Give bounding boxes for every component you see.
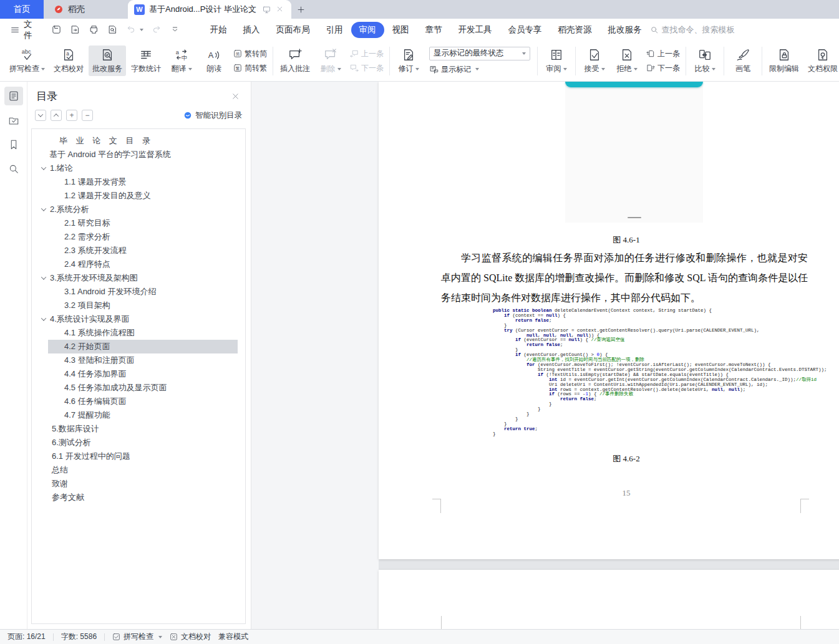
ribbon-button-文档权限[interactable]: 文档权限: [804, 46, 839, 76]
toc-item-3.2项目架构[interactable]: 3.2 项目架构: [32, 299, 245, 312]
document-page-17[interactable]: [379, 570, 839, 629]
toc-item-4.3登陆和注册页面[interactable]: 4.3 登陆和注册页面: [32, 353, 245, 367]
ribbon-button-文档校对[interactable]: a文档校对: [50, 46, 87, 76]
toc-item-3.系统开发环境及架构图[interactable]: 3.系统开发环境及架构图: [32, 271, 245, 285]
expand-prev-button[interactable]: [51, 110, 62, 121]
toc-item-4.7提醒功能[interactable]: 4.7 提醒功能: [32, 408, 245, 422]
toc-item-2.1研究目标[interactable]: 2.1 研究目标: [32, 216, 245, 230]
menu-tab-开始[interactable]: 开始: [202, 22, 235, 38]
undo-caret[interactable]: [140, 29, 143, 31]
menu-tab-引用[interactable]: 引用: [318, 22, 351, 38]
ribbon-button-审阅[interactable]: 审阅: [541, 46, 572, 76]
toc-item-4.系统设计实现及界面[interactable]: 4.系统设计实现及界面: [32, 312, 245, 326]
collapse-all-button[interactable]: −: [82, 110, 93, 121]
collapse-next-button[interactable]: [35, 110, 46, 121]
close-tab-icon[interactable]: [276, 5, 285, 14]
toc-item-4.2开始页面[interactable]: 4.2 开始页面: [48, 340, 238, 353]
document-page-16[interactable]: 图 4.6-1 学习监督系统的编辑任务界面对添加的任务进行修改和删除操作，也就是…: [379, 82, 839, 559]
rail-search-button[interactable]: [4, 160, 23, 178]
spellcheck-toggle[interactable]: 拼写检查: [112, 632, 162, 642]
ribbon-button-比较[interactable]: 比较: [689, 46, 720, 76]
screen-share-icon[interactable]: [262, 5, 271, 14]
ribbon-button-限制编辑[interactable]: 限制编辑: [765, 46, 803, 76]
toc-item-1.绪论[interactable]: 1.绪论: [32, 161, 245, 175]
ribbon-button-下一条[interactable]: 下一条: [350, 62, 384, 74]
close-panel-icon[interactable]: [231, 92, 241, 102]
page-indicator[interactable]: 页面: 16/21: [7, 632, 46, 642]
ribbon-button-下一条[interactable]: 下一条: [646, 62, 680, 74]
marks-state-combobox[interactable]: 显示标记的最终状态: [429, 47, 530, 60]
tab-docer[interactable]: 稻壳: [44, 0, 128, 19]
ribbon-button-上一条[interactable]: 上一条: [350, 48, 384, 60]
menu-tab-页面布局[interactable]: 页面布局: [268, 22, 318, 38]
tab-document[interactable]: W 基于Android...P设计 毕业论文: [128, 0, 291, 19]
toc-item-6.1开发过程中的问题[interactable]: 6.1 开发过程中的问题: [32, 449, 245, 463]
toc-item-4.4任务添加界面[interactable]: 4.4 任务添加界面: [32, 367, 245, 381]
toc-item-4.6任务编辑页面[interactable]: 4.6 任务编辑页面: [32, 395, 245, 408]
ribbon-button-繁转简[interactable]: 简繁转简: [233, 48, 267, 60]
ribbon-button-拒绝[interactable]: 拒绝: [611, 46, 643, 76]
export-icon[interactable]: [70, 24, 80, 35]
ribbon-button-接受[interactable]: 接受: [579, 46, 610, 76]
toc-item-总结[interactable]: 总结: [32, 463, 245, 477]
spellcheck-caret[interactable]: [158, 636, 162, 638]
toc-item-2.4程序特点[interactable]: 2.4 程序特点: [32, 257, 245, 271]
toc-item-5.数据库设计[interactable]: 5.数据库设计: [32, 422, 245, 436]
toc-item-致谢[interactable]: 致谢: [32, 477, 245, 491]
ribbon-button-简转繁[interactable]: 繁简转繁: [233, 62, 267, 74]
chevron-down-icon[interactable]: [41, 315, 46, 320]
expand-all-button[interactable]: +: [66, 110, 77, 121]
ribbon-button-拼写检查[interactable]: abc拼写检查: [6, 46, 49, 76]
tab-home[interactable]: 首页: [0, 0, 44, 19]
toc-item-毕业论文目录[interactable]: 毕 业 论 文 目 录: [32, 134, 245, 148]
ribbon-button-删除[interactable]: 删除: [315, 46, 346, 76]
customize-toolbar-icon[interactable]: [170, 24, 181, 35]
print-icon[interactable]: [89, 24, 99, 35]
rail-toc-button[interactable]: [4, 87, 23, 105]
toc-item-2.系统分析[interactable]: 2.系统分析: [32, 203, 245, 216]
rail-review-button[interactable]: [4, 111, 23, 130]
toc-item-参考文献[interactable]: 参考文献: [32, 491, 245, 504]
undo-icon[interactable]: [126, 24, 137, 35]
menu-tab-审阅[interactable]: 审阅: [351, 22, 384, 38]
menu-tab-稻壳资源[interactable]: 稻壳资源: [550, 22, 600, 38]
chevron-down-icon[interactable]: [41, 274, 46, 279]
ribbon-button-画笔[interactable]: 画笔: [727, 46, 759, 76]
ribbon-button-朗读[interactable]: A朗读: [198, 46, 230, 76]
chevron-down-icon[interactable]: [41, 165, 46, 170]
menu-tab-章节[interactable]: 章节: [417, 22, 450, 38]
menu-tab-插入[interactable]: 插入: [235, 22, 268, 38]
command-search[interactable]: 查找命令、搜索模板: [650, 24, 735, 36]
toc-item-4.5任务添加成功及显示页面[interactable]: 4.5 任务添加成功及显示页面: [32, 381, 245, 395]
toc-item-2.2需求分析[interactable]: 2.2 需求分析: [32, 230, 245, 244]
toc-item-3.1Android开发环境介绍[interactable]: 3.1 Android 开发环境介绍: [32, 285, 245, 299]
word-count[interactable]: 字数: 5586: [61, 632, 97, 642]
document-workspace[interactable]: 图 4.6-1 学习监督系统的编辑任务界面对添加的任务进行修改和删除操作，也就是…: [251, 82, 839, 629]
smart-toc-button[interactable]: 智能识别目录: [183, 110, 242, 121]
print-preview-icon[interactable]: [107, 24, 118, 35]
menu-tab-会员专享[interactable]: 会员专享: [500, 22, 550, 38]
doc-proof-toggle[interactable]: 文档校对: [170, 632, 211, 642]
toc-item-1.2课题开发目的及意义[interactable]: 1.2 课题开发目的及意义: [32, 189, 245, 203]
file-menu-button[interactable]: 文件: [7, 19, 39, 41]
toc-item-基于Android平台的学习监督系统[interactable]: 基于 Android 平台的学习监督系统: [32, 148, 245, 161]
menu-tab-视图[interactable]: 视图: [384, 22, 417, 38]
rail-bookmark-button[interactable]: [4, 135, 23, 154]
toc-item-4.1系统操作流程图[interactable]: 4.1 系统操作流程图: [32, 326, 245, 340]
ribbon-button-插入批注[interactable]: 插入批注: [276, 46, 314, 76]
ribbon-button-翻译[interactable]: a中翻译: [166, 46, 197, 76]
toc-item-1.1课题开发背景[interactable]: 1.1 课题开发背景: [32, 175, 245, 189]
redo-icon[interactable]: [152, 24, 162, 35]
ribbon-button-上一条[interactable]: 上一条: [646, 48, 680, 60]
menu-tab-批改服务[interactable]: 批改服务: [600, 22, 650, 38]
save-icon[interactable]: [51, 24, 62, 35]
toc-item-2.3系统开发流程[interactable]: 2.3 系统开发流程: [32, 244, 245, 257]
toc-item-6.测试分析[interactable]: 6.测试分析: [32, 436, 245, 449]
new-tab-button[interactable]: [291, 0, 310, 19]
chevron-down-icon[interactable]: [41, 206, 46, 211]
ribbon-button-字数统计[interactable]: 字数统计: [127, 46, 165, 76]
ribbon-button-批改服务[interactable]: 批改服务: [89, 46, 126, 76]
ribbon-button-显示标记[interactable]: 显示标记: [429, 64, 530, 75]
ribbon-button-修订[interactable]: 修订: [393, 46, 424, 76]
menu-tab-开发工具[interactable]: 开发工具: [450, 22, 500, 38]
